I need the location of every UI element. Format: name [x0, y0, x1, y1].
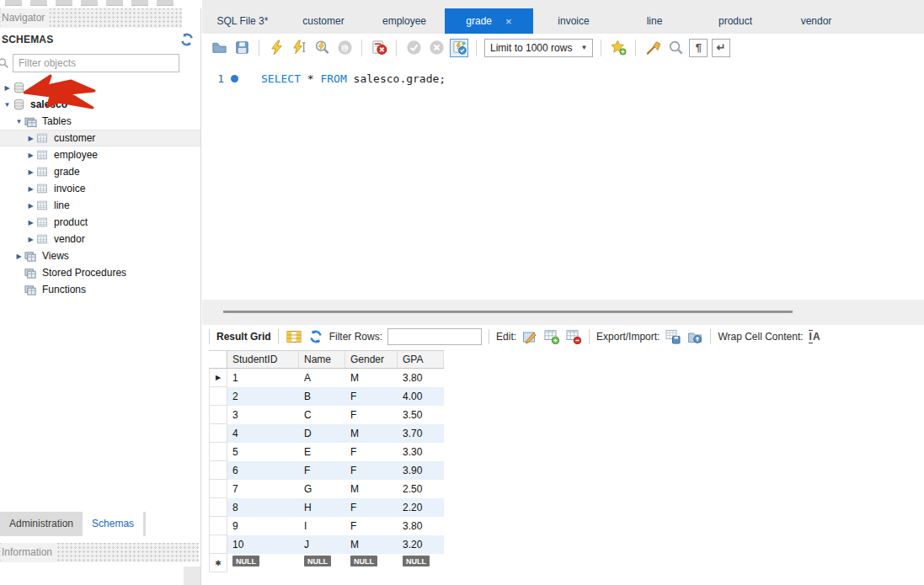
edit-record-button[interactable]	[521, 328, 538, 345]
grid-cell[interactable]: 3	[227, 406, 299, 424]
delete-row-button[interactable]	[565, 328, 582, 345]
grid-cell[interactable]: 5	[227, 443, 299, 461]
editor-tab-employee[interactable]: employee	[364, 8, 445, 34]
export-recordset-button[interactable]	[665, 328, 681, 345]
tree-table-vendor[interactable]: ▶vendor	[0, 231, 200, 247]
expand-arrow-icon[interactable]: ▼	[13, 118, 24, 125]
grid-cell[interactable]: M	[345, 535, 398, 554]
row-gutter[interactable]	[209, 443, 227, 461]
column-header-gender[interactable]: Gender	[345, 351, 398, 368]
row-gutter[interactable]	[209, 387, 227, 406]
grid-cell[interactable]: A	[299, 369, 345, 387]
tree-table-line[interactable]: ▶line	[0, 197, 200, 214]
tree-table-product[interactable]: ▶product	[0, 214, 200, 231]
grid-cell[interactable]: M	[345, 424, 398, 443]
editor-tab-sql-file-3[interactable]: SQL File 3*	[202, 8, 283, 34]
tree-node-functions[interactable]: Functions	[0, 281, 200, 298]
tree-table-employee[interactable]: ▶employee	[0, 146, 200, 163]
schema-filter-input[interactable]	[13, 54, 179, 72]
grid-cell[interactable]: 9	[227, 517, 299, 535]
editor-tab-customer[interactable]: customer	[283, 8, 364, 34]
column-header-studentid[interactable]: StudentID	[227, 351, 299, 368]
tree-table-grade[interactable]: ▶grade	[0, 163, 200, 180]
row-gutter[interactable]: ✱	[209, 554, 227, 572]
row-gutter[interactable]	[209, 461, 227, 480]
wrap-cell-toggle-button[interactable]: IA	[809, 331, 820, 343]
tree-node-stored-procedures[interactable]: Stored Procedures	[0, 264, 200, 281]
editor-tab-product[interactable]: product	[695, 8, 776, 34]
editor-tab-vendor[interactable]: vendor	[776, 8, 857, 34]
grid-cell[interactable]: F	[345, 387, 398, 406]
tree-table-invoice[interactable]: ▶invoice	[0, 180, 200, 197]
open-script-button[interactable]	[210, 39, 228, 57]
grid-cell[interactable]: 3.80	[398, 369, 444, 387]
grid-cell[interactable]: M	[345, 480, 398, 498]
expand-arrow-icon[interactable]: ▼	[2, 101, 13, 109]
column-layout-button[interactable]	[286, 328, 302, 345]
toggle-stop-on-error-button[interactable]	[370, 39, 388, 57]
expand-arrow-icon[interactable]: ▶	[25, 185, 36, 193]
row-gutter[interactable]	[209, 498, 227, 517]
grid-cell[interactable]: 3.70	[398, 424, 444, 443]
sidebar-tab-schemas[interactable]: Schemas	[83, 512, 143, 536]
grid-cell[interactable]: F	[345, 517, 398, 535]
grid-cell[interactable]: NULL	[299, 554, 345, 572]
expand-arrow-icon[interactable]: ▶	[13, 253, 24, 260]
execute-button[interactable]	[267, 39, 286, 57]
tree-schema-blank[interactable]: ▶	[0, 79, 200, 96]
expand-arrow-icon[interactable]: ▶	[25, 152, 36, 159]
import-records-button[interactable]	[686, 328, 703, 345]
grid-cell[interactable]: 4.00	[398, 387, 444, 406]
grid-cell[interactable]: 2.20	[398, 498, 444, 517]
beautify-button[interactable]	[644, 39, 662, 57]
grid-cell[interactable]: C	[299, 406, 345, 424]
refresh-results-button[interactable]	[307, 328, 324, 345]
grid-cell[interactable]: 6	[227, 461, 299, 480]
grid-cell[interactable]: M	[345, 369, 398, 387]
limit-rows-dropdown[interactable]: Limit to 1000 rows ▼	[484, 39, 593, 57]
find-button[interactable]	[666, 39, 685, 57]
editor-result-splitter[interactable]	[202, 300, 924, 325]
editor-tab-invoice[interactable]: invoice	[533, 8, 614, 34]
sql-editor[interactable]: 1 SELECT * FROM salesco.grade;	[202, 61, 924, 300]
grid-cell[interactable]: 2.50	[398, 480, 444, 498]
close-icon[interactable]: ×	[505, 15, 512, 28]
grid-cell[interactable]: NULL	[398, 554, 444, 572]
grid-cell[interactable]: 3.50	[398, 406, 444, 424]
grid-cell[interactable]: NULL	[345, 554, 398, 572]
grid-cell[interactable]: G	[299, 480, 345, 498]
row-gutter[interactable]: ▶	[209, 369, 227, 387]
row-gutter[interactable]	[209, 424, 227, 443]
commit-button[interactable]	[404, 39, 423, 57]
editor-tab-grade[interactable]: grade×	[445, 8, 533, 34]
row-gutter[interactable]	[209, 517, 227, 535]
toggle-invisibles-button[interactable]: ¶	[689, 39, 708, 57]
grid-cell[interactable]: J	[299, 535, 345, 554]
explain-button[interactable]	[312, 39, 331, 57]
grid-cell[interactable]: H	[299, 498, 345, 517]
tree-schema-salesco[interactable]: ▼salesco	[0, 96, 200, 113]
filter-rows-input[interactable]	[387, 328, 482, 345]
refresh-schemas-button[interactable]	[179, 31, 195, 48]
panel-splitter[interactable]	[184, 566, 201, 585]
sidebar-tab-administration[interactable]: Administration	[0, 512, 83, 536]
column-header-gpa[interactable]: GPA	[398, 351, 444, 368]
grid-cell[interactable]: 2	[227, 387, 299, 406]
grid-cell[interactable]: 3.90	[398, 461, 444, 480]
grid-cell[interactable]: B	[299, 387, 345, 406]
expand-arrow-icon[interactable]: ▶	[25, 135, 36, 142]
toggle-word-wrap-button[interactable]: ↵	[712, 39, 730, 57]
autocommit-toggle-button[interactable]	[450, 39, 468, 57]
rollback-button[interactable]	[427, 39, 446, 57]
grid-cell[interactable]: 7	[227, 480, 299, 498]
column-header-name[interactable]: Name	[299, 351, 345, 368]
expand-arrow-icon[interactable]: ▶	[25, 168, 36, 176]
splitter-grip[interactable]	[223, 311, 793, 313]
row-gutter[interactable]	[209, 480, 227, 498]
grid-cell[interactable]: F	[345, 443, 398, 461]
grid-cell[interactable]: F	[345, 498, 398, 517]
grid-cell[interactable]: 4	[227, 424, 299, 443]
grid-cell[interactable]: 10	[227, 535, 299, 554]
tree-table-customer[interactable]: ▶customer	[0, 130, 200, 146]
grid-cell[interactable]: F	[299, 461, 345, 480]
